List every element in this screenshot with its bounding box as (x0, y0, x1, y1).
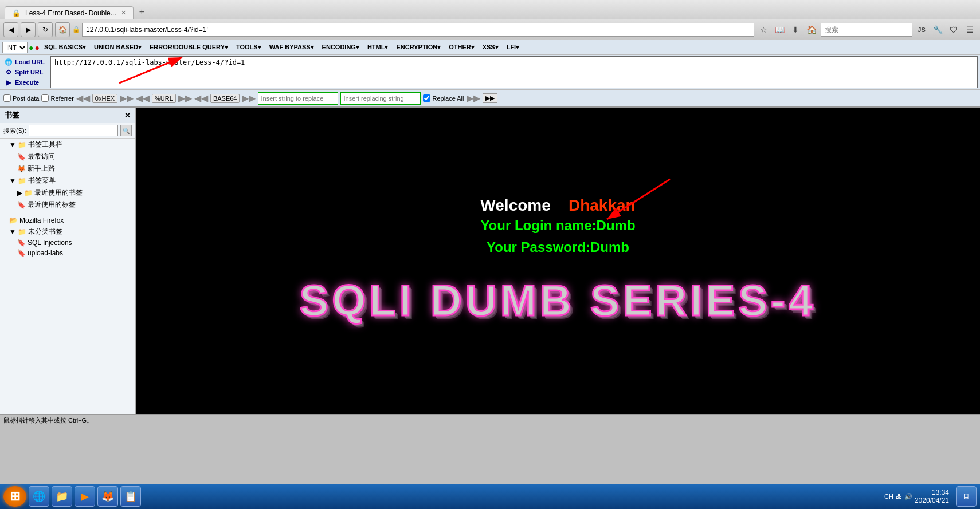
taskbar-time: 13:34 (915, 488, 949, 496)
insert-replacing-input[interactable] (340, 92, 421, 105)
show-desktop-button[interactable]: 🖥 (956, 486, 977, 507)
tree-item-recent-bookmarks[interactable]: ▶ 📁 最近使用的书签 (0, 187, 135, 199)
taskbar-media-button[interactable]: ▶ (75, 486, 95, 507)
arrow-right-hex: ▶▶ (120, 93, 134, 104)
arrow-right-b64: ▶▶ (242, 93, 256, 104)
arrow-left-url: ◀◀ (136, 93, 150, 104)
taskbar: ⊞ 🌐 📁 ▶ 🦊 📋 CH 🖧 🔊 13:34 2020/04/21 🖥 (0, 484, 980, 509)
folder-icon: 📁 (18, 141, 26, 149)
main-area: 书签 ✕ 搜索(S): 🔍 ▼ 📁 书签工具栏 🔖 最常访问 🦊 新手上路 ▼ … (0, 108, 980, 414)
split-url-button[interactable]: ⚙ Split URL (2, 68, 48, 77)
status-text: 鼠标指针移入其中或按 Ctrl+G。 (3, 416, 93, 425)
base64-encode-button[interactable]: BASE64 (210, 94, 240, 103)
files-icon: 📁 (56, 490, 68, 503)
taskbar-clock[interactable]: 13:34 2020/04/21 (915, 488, 954, 504)
shield-icon[interactable]: 🛡 (947, 23, 961, 37)
lock-icon: 🔒 (72, 26, 80, 33)
tree-item-bookmarks-toolbar[interactable]: ▼ 📁 书签工具栏 (0, 139, 135, 151)
notes-icon: 📋 (124, 490, 137, 503)
menu-button[interactable]: ☰ (963, 23, 977, 37)
menu-other[interactable]: OTHER▾ (445, 42, 478, 52)
insert-replace-input[interactable] (258, 92, 338, 105)
tree-item-new-user[interactable]: 🦊 新手上路 (0, 163, 135, 175)
new-tab-button[interactable]: + (134, 5, 150, 19)
tree-item-unclassified[interactable]: ▼ 📁 未分类书签 (0, 226, 135, 238)
tree-item-sql-injections[interactable]: 🔖 SQL Injections (0, 238, 135, 248)
tree-item-recent-visits[interactable]: 🔖 最常访问 (0, 151, 135, 163)
hackbar-tools-row: Post data Referrer ◀◀ 0xHEX ▶▶ ◀◀ %URL ▶… (0, 89, 980, 106)
sidebar-header: 书签 ✕ (0, 108, 135, 123)
sidebar-search-input[interactable] (29, 125, 118, 136)
search-input[interactable] (821, 23, 912, 37)
forward-button[interactable]: ▶ (21, 22, 36, 37)
referrer-checkbox-label[interactable]: Referrer (41, 94, 73, 102)
bookmark-icon-tags: 🔖 (17, 201, 26, 209)
menu-html[interactable]: HTML▾ (364, 42, 392, 52)
star-button[interactable]: ☆ (756, 23, 770, 37)
replace-execute-button[interactable]: ▶▶ (483, 93, 497, 103)
welcome-line: Welcome Dhakkan (480, 196, 635, 215)
folder-icon-mozilla: 📂 (9, 216, 18, 224)
sidebar-search-button[interactable]: 🔍 (120, 125, 132, 136)
tab-close-button[interactable]: ✕ (121, 9, 126, 17)
js-icon[interactable]: JS (915, 23, 928, 37)
menu-encoding[interactable]: ENCODING▾ (319, 42, 363, 52)
tree-item-recent-tags[interactable]: 🔖 最近使用的标签 (0, 199, 135, 211)
address-input[interactable] (82, 23, 754, 37)
post-data-checkbox-label[interactable]: Post data (3, 94, 39, 102)
menu-sql-basics[interactable]: SQL BASICS▾ (41, 42, 89, 52)
arrow-right-url: ▶▶ (178, 93, 192, 104)
int-select[interactable]: INT (2, 42, 28, 53)
sqli-title: SQLI DUMB SERIES-4 (300, 275, 817, 325)
media-icon: ▶ (81, 490, 89, 503)
replace-all-checkbox[interactable] (423, 94, 430, 102)
referrer-checkbox[interactable] (41, 94, 49, 102)
menu-xss[interactable]: XSS▾ (479, 42, 502, 52)
refresh-button[interactable]: ↻ (38, 22, 53, 37)
download-button[interactable]: ⬇ (789, 23, 802, 37)
load-url-button[interactable]: 🌐 Load URL (2, 57, 48, 66)
menu-lfi[interactable]: LFI▾ (503, 42, 523, 52)
menu-tools[interactable]: TOOLS▾ (233, 42, 265, 52)
menu-error-double[interactable]: ERROR/DOUBLE QUERY▾ (146, 42, 232, 52)
house-icon[interactable]: 🏠 (805, 23, 818, 37)
dot-green: ● (29, 43, 33, 52)
menu-waf-bypass[interactable]: WAF BYPASS▾ (266, 42, 317, 52)
load-url-icon: 🌐 (5, 58, 13, 66)
folder-icon-unclassified: 📁 (18, 228, 26, 236)
sidebar-close-button[interactable]: ✕ (124, 111, 131, 120)
tab-title: Less-4 Error Based- Double... (25, 9, 116, 17)
taskbar-files-button[interactable]: 📁 (52, 486, 72, 507)
post-data-checkbox[interactable] (3, 94, 11, 102)
taskbar-firefox-button[interactable]: 🦊 (97, 486, 118, 507)
taskbar-ie-button[interactable]: 🌐 (29, 486, 49, 507)
extension-icon[interactable]: 🔧 (931, 23, 944, 37)
folder-icon-recent-bm: 📁 (24, 189, 33, 197)
login-info: Your Login name:Dumb Your Password:Dumb (480, 215, 635, 259)
execute-button[interactable]: ▶ Execute (2, 78, 48, 87)
tab-bar: 🔒 Less-4 Error Based- Double... ✕ + (5, 0, 150, 19)
bookmark-button[interactable]: 📖 (773, 23, 786, 37)
tree-item-bookmarks-menu[interactable]: ▼ 📁 书签菜单 (0, 175, 135, 187)
sidebar-title: 书签 (5, 110, 19, 120)
active-tab[interactable]: 🔒 Less-4 Error Based- Double... ✕ (5, 6, 134, 19)
tree-item-mozilla-firefox[interactable]: 📂 Mozilla Firefox (0, 215, 135, 226)
menu-encryption[interactable]: ENCRYPTION▾ (393, 42, 444, 52)
firefox-icon: 🦊 (101, 490, 114, 503)
taskbar-notes-button[interactable]: 📋 (120, 486, 141, 507)
back-button[interactable]: ◀ (3, 22, 18, 37)
login-name-text: Your Login name:Dumb (480, 215, 635, 236)
menu-union-based[interactable]: UNION BASED▾ (91, 42, 145, 52)
sidebar-search-label: 搜索(S): (3, 127, 26, 135)
sidebar-spacer (0, 211, 135, 215)
sidebar: 书签 ✕ 搜索(S): 🔍 ▼ 📁 书签工具栏 🔖 最常访问 🦊 新手上路 ▼ … (0, 108, 136, 414)
home-button[interactable]: 🏠 (55, 22, 70, 37)
bookmark-icon-upload: 🔖 (17, 249, 26, 257)
tree-item-upload-labs[interactable]: 🔖 upload-labs (0, 248, 135, 258)
hackbar-url-input[interactable]: http://127.0.0.1/sqli-labs-master/Less-4… (50, 56, 978, 88)
content-inner: Welcome Dhakkan Your Login name:Dumb You… (136, 108, 980, 414)
hex-encode-button[interactable]: 0xHEX (92, 94, 117, 103)
url-encode-button[interactable]: %URL (152, 94, 176, 103)
replace-all-label[interactable]: Replace All (423, 94, 464, 102)
start-button[interactable]: ⊞ (3, 486, 26, 507)
